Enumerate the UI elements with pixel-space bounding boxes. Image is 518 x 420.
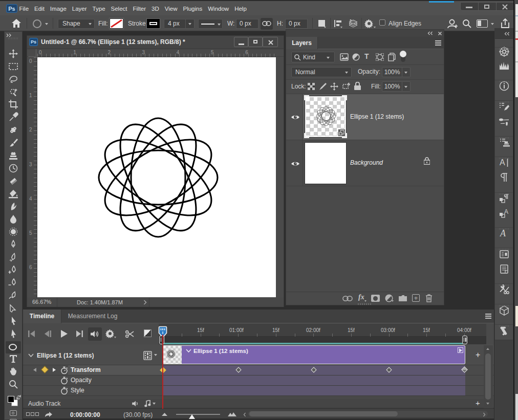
svg-text:A: A: [504, 208, 508, 215]
svg-text:A: A: [500, 228, 506, 238]
svg-text:A: A: [500, 158, 505, 167]
